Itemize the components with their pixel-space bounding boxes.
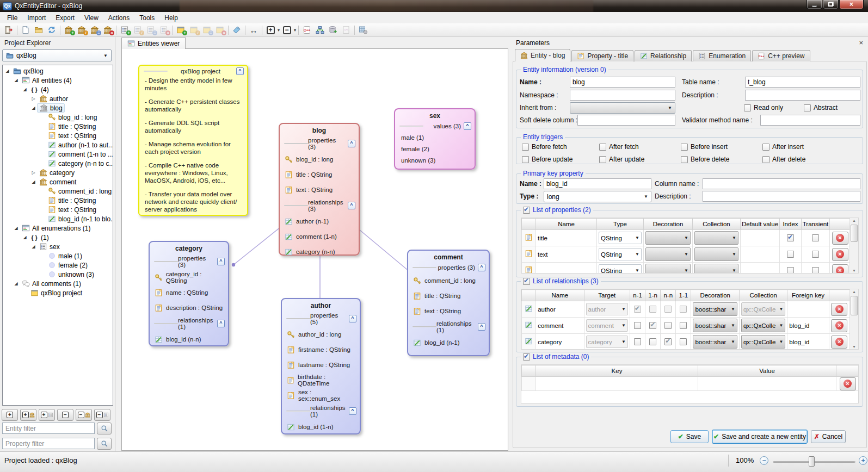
entity-item-blog-id-long[interactable]: blog_id : long: [280, 152, 359, 167]
grid-database-icon[interactable]: [356, 24, 370, 36]
refresh-icon[interactable]: [45, 24, 58, 36]
entity-item-category-id-qstring[interactable]: category_id : QString: [150, 270, 228, 285]
cardinality-1-n-checkbox[interactable]: [649, 338, 656, 345]
menu-help[interactable]: Help: [159, 13, 183, 23]
zoom-slider-handle[interactable]: [809, 456, 815, 467]
delete-row-button[interactable]: ×: [831, 319, 847, 332]
tab-entity-blog[interactable]: Entity - blog: [515, 49, 570, 61]
tree-item-title-qstring[interactable]: title : QString: [3, 196, 113, 205]
zoom-in-icon[interactable]: +: [264, 24, 277, 36]
delete-row-button[interactable]: ×: [832, 232, 848, 245]
properties-list-checkbox[interactable]: [523, 207, 530, 214]
entity-item-title-qstring[interactable]: title : QString: [280, 167, 359, 182]
project-combo[interactable]: qxBlog ▼: [2, 49, 112, 61]
delete-entity-icon[interactable]: ×: [101, 24, 114, 36]
pk-description-input[interactable]: [703, 191, 860, 202]
entity-box-author[interactable]: authorproperties (5)^author_id : longfir…: [281, 298, 361, 434]
metadata-key-cell[interactable]: [536, 377, 698, 391]
edit-entity-icon[interactable]: /: [75, 24, 88, 36]
schema-icon[interactable]: [313, 24, 327, 36]
tree-item-female-2[interactable]: female (2): [3, 260, 113, 270]
cardinality-n-1-checkbox[interactable]: [634, 322, 641, 329]
index-checkbox[interactable]: [787, 234, 794, 241]
entity-item-birthdate-qdatetime[interactable]: birthdate : QDateTime: [282, 372, 360, 388]
entity-item-female-2[interactable]: female (2): [395, 143, 475, 154]
tree-item-category[interactable]: ▷category: [3, 168, 113, 177]
tab-enumeration[interactable]: Enumeration: [693, 50, 751, 61]
metadata-value-cell[interactable]: [698, 377, 836, 391]
collapse-section-button[interactable]: ^: [349, 315, 356, 322]
entity-item-title-qstring[interactable]: title : QString: [408, 288, 489, 303]
new-project-icon[interactable]: [19, 24, 32, 36]
index-checkbox[interactable]: [787, 251, 794, 258]
foreign-key-cell[interactable]: blog_id: [787, 318, 829, 334]
trigger-checkbox-before-update[interactable]: Before update: [522, 156, 599, 163]
entity-item-unknown-3[interactable]: unknown (3): [395, 154, 475, 166]
cardinality-1-1-checkbox[interactable]: [680, 306, 687, 313]
tag-icon[interactable]: [230, 24, 243, 36]
tree-item-sex[interactable]: ◢sex: [3, 242, 113, 251]
property-collection-combo[interactable]: ▼: [694, 247, 738, 261]
add-comment-icon[interactable]: +: [174, 24, 187, 36]
add-entity-icon[interactable]: +: [62, 24, 75, 36]
collapse-section-button[interactable]: ^: [349, 407, 356, 415]
menu-file[interactable]: File: [2, 13, 22, 23]
tree-expand-icon[interactable]: ◢: [30, 105, 37, 110]
default-value-cell[interactable]: [741, 246, 780, 263]
collapse-enumerations-button[interactable]: −: [94, 409, 110, 421]
close-parameters-icon[interactable]: ×: [859, 39, 863, 47]
collapse-section-button[interactable]: ^: [217, 258, 225, 265]
tree-expand-icon[interactable]: ◢: [30, 179, 37, 184]
metadata-list-checkbox[interactable]: [523, 353, 530, 361]
duplicate-entity-icon[interactable]: ≡: [88, 24, 101, 36]
delete-row-button[interactable]: ×: [832, 248, 848, 261]
abstract-checkbox[interactable]: Abstract: [804, 102, 838, 113]
delete-row-button[interactable]: ×: [831, 336, 847, 349]
menu-import[interactable]: Import: [22, 13, 51, 23]
collapse-section-button[interactable]: ^: [217, 320, 225, 327]
zoom-out-icon[interactable]: −: [280, 24, 293, 36]
resize-icon[interactable]: ↔: [247, 24, 260, 36]
tree-item-blog-id-n-1-to-blo[interactable]: blog_id (n-1 to blo...: [3, 214, 113, 223]
transient-checkbox[interactable]: [812, 267, 819, 274]
zoom-out-dropdown-icon[interactable]: ▾: [294, 28, 296, 33]
trigger-checkbox-before-delete[interactable]: Before delete: [681, 156, 762, 163]
read-only-checkbox[interactable]: Read only: [744, 102, 783, 113]
property-collection-combo[interactable]: ▼: [694, 264, 738, 274]
collapse-note-button[interactable]: ^: [236, 67, 244, 75]
menu-tools[interactable]: Tools: [134, 13, 159, 23]
relationship-collection-combo[interactable]: qx::QxColle▼: [741, 335, 785, 349]
pk-type-combo[interactable]: long ▼: [544, 191, 651, 202]
entity-item-description-qstring[interactable]: description : QString: [150, 300, 228, 315]
note-box-qxblog-project[interactable]: qxBlog project^- Design the entity model…: [138, 65, 248, 216]
relationship-row-category[interactable]: category category▼boost::shar▼ qx::QxCol…: [522, 334, 850, 350]
relationship-target-combo[interactable]: author▼: [586, 303, 628, 315]
relationship-decoration-combo[interactable]: boost::shar▼: [693, 302, 737, 316]
entity-box-sex[interactable]: sexvalues (3)^male (1)female (2)unknown …: [394, 108, 476, 170]
title-bar[interactable]: Qx QxEntityEditor - qxBlog ×: [0, 0, 868, 12]
pk-name-input[interactable]: [544, 178, 651, 189]
cardinality-n-n-checkbox[interactable]: [664, 322, 672, 329]
tree-item-comment[interactable]: ◢comment: [3, 177, 113, 187]
property-collection-combo[interactable]: ▼: [694, 231, 738, 245]
collapse-entities-button[interactable]: −: [76, 409, 92, 421]
tab-property-title[interactable]: Property - title: [571, 50, 633, 61]
tree-item-male-1[interactable]: male (1): [3, 251, 113, 260]
entity-item-male-1[interactable]: male (1): [395, 132, 475, 143]
tree-item-all-comments-1[interactable]: ◢All comments (1): [3, 279, 113, 288]
property-name-cell[interactable]: text: [536, 246, 597, 263]
tree-item-comment-id-long[interactable]: comment_id : long: [3, 187, 113, 196]
cardinality-n-1-checkbox[interactable]: [634, 338, 641, 345]
property-name-cell[interactable]: [536, 263, 597, 274]
tree-expand-icon[interactable]: ◢: [4, 69, 11, 73]
entity-item-category-n-n[interactable]: category (n-n): [280, 244, 359, 259]
cardinality-n-1-checkbox[interactable]: [634, 306, 641, 313]
tab-relationship[interactable]: Relationship: [635, 50, 692, 61]
pk-column-input[interactable]: [703, 178, 860, 189]
open-project-icon[interactable]: [32, 24, 45, 36]
cardinality-1-1-checkbox[interactable]: [680, 322, 687, 329]
tree-expand-icon[interactable]: ▷: [30, 96, 37, 101]
tree-expand-icon[interactable]: ◢: [30, 244, 37, 249]
transient-checkbox[interactable]: [812, 234, 819, 241]
menu-actions[interactable]: Actions: [103, 13, 134, 23]
